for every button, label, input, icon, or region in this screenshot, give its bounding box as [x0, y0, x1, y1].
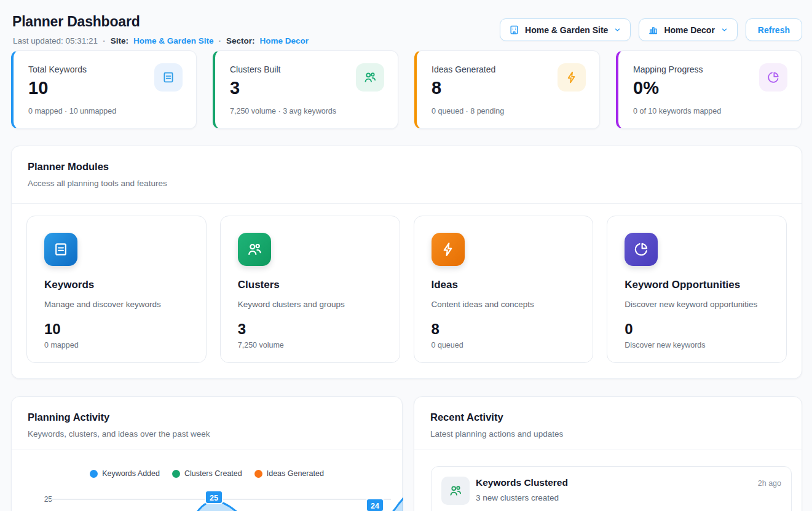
module-sub: 7,250 volume [238, 341, 284, 349]
building-icon [509, 25, 519, 35]
module-description: Content ideas and concepts [432, 300, 534, 309]
legend-dot-icon [172, 470, 180, 478]
stat-label: Ideas Generated [432, 64, 495, 74]
planning-activity-section: Planning Activity Keywords, clusters, an… [11, 396, 403, 511]
activity-item-description: 3 new clusters created [476, 493, 559, 502]
planner-modules-section: Planner Modules Access all planning tool… [11, 146, 802, 379]
activity-item-keywords-clustered: Keywords Clustered 2h ago 3 new clusters… [431, 466, 792, 511]
module-card-keyword-opportunities[interactable]: Keyword Opportunities Discover new keywo… [607, 216, 787, 363]
activity-item-title: Keywords Clustered [476, 477, 568, 488]
module-title: Clusters [238, 279, 280, 291]
module-value: 0 [625, 321, 633, 338]
meta-separator: · [103, 36, 106, 45]
module-value: 8 [432, 321, 440, 338]
planning-activity-subtitle: Keywords, clusters, and ideas over the p… [28, 429, 210, 439]
modules-section-subtitle: Access all planning tools and features [28, 179, 167, 188]
stat-card-mapping-progress: Mapping Progress 0% 0 of 10 keywords map… [616, 50, 802, 129]
planning-activity-chart: 25 24 [12, 489, 403, 511]
legend-label: Keywords Added [102, 469, 160, 478]
stat-card-total-keywords: Total Keywords 10 0 mapped · 10 unmapped [11, 50, 197, 129]
module-sub: Discover new keywords [625, 341, 705, 349]
users-icon [238, 233, 271, 266]
modules-section-title: Planner Modules [28, 161, 109, 173]
stat-sub: 0 queued · 8 pending [432, 107, 504, 115]
module-sub: 0 mapped [44, 341, 79, 349]
module-sub: 0 queued [432, 341, 463, 349]
sector-label: Sector: [226, 36, 255, 45]
refresh-button-label: Refresh [758, 25, 790, 35]
module-description: Keyword clusters and groups [238, 300, 345, 309]
planning-activity-title: Planning Activity [28, 412, 109, 423]
data-label-badge: 24 [366, 499, 384, 511]
meta-separator: · [218, 36, 221, 45]
modules-grid: Keywords Manage and discover keywords 10… [26, 216, 787, 363]
stat-sub: 0 of 10 keywords mapped [633, 107, 721, 115]
document-lines-icon [44, 233, 77, 266]
divider [12, 450, 402, 450]
activity-item-time: 2h ago [758, 479, 781, 488]
data-label-badge: 25 [205, 491, 223, 504]
stat-value: 8 [432, 78, 441, 98]
users-icon [441, 477, 470, 505]
divider [12, 203, 802, 204]
legend-label: Clusters Created [184, 469, 242, 478]
lightning-icon [558, 63, 586, 92]
module-value: 3 [238, 321, 246, 338]
stat-label: Clusters Built [230, 64, 280, 74]
site-selector-button[interactable]: Home & Garden Site [500, 18, 631, 41]
legend-dot-icon [254, 470, 262, 478]
module-card-clusters[interactable]: Clusters Keyword clusters and groups 3 7… [220, 216, 400, 363]
module-description: Manage and discover keywords [44, 300, 161, 309]
stat-card-ideas-generated: Ideas Generated 8 0 queued · 8 pending [414, 50, 600, 129]
site-selector-label: Home & Garden Site [525, 25, 608, 35]
header-actions: Home & Garden Site Home Decor Refresh [500, 18, 802, 41]
sector-selector-button[interactable]: Home Decor [639, 18, 737, 41]
chart-legend: Keywords Added Clusters Created Ideas Ge… [12, 469, 402, 478]
recent-activity-title: Recent Activity [430, 412, 503, 423]
stat-card-clusters-built: Clusters Built 3 7,250 volume · 3 avg ke… [213, 50, 398, 129]
data-label-value: 24 [371, 502, 379, 510]
recent-activity-subtitle: Latest planning actions and updates [430, 429, 563, 439]
module-title: Ideas [432, 279, 458, 291]
users-icon [356, 63, 384, 92]
module-title: Keyword Opportunities [625, 279, 740, 291]
stat-value: 3 [230, 78, 240, 98]
module-card-keywords[interactable]: Keywords Manage and discover keywords 10… [26, 216, 207, 363]
module-title: Keywords [44, 279, 94, 291]
sector-link[interactable]: Home Decor [259, 36, 309, 45]
legend-label: Ideas Generated [267, 469, 324, 478]
bar-chart-icon [648, 25, 658, 35]
module-card-ideas[interactable]: Ideas Content ideas and concepts 8 0 que… [414, 216, 594, 363]
stat-sub: 7,250 volume · 3 avg keywords [230, 107, 336, 115]
page-meta: Last updated: 05:31:21 · Site: Home & Ga… [13, 36, 309, 45]
sector-selector-label: Home Decor [664, 25, 714, 35]
lightning-icon [432, 233, 465, 266]
stat-label: Mapping Progress [633, 64, 703, 74]
stat-label: Total Keywords [28, 64, 87, 74]
stat-value: 0% [633, 78, 659, 98]
chevron-down-icon [613, 26, 621, 34]
chevron-down-icon [720, 26, 728, 34]
pie-chart-icon [625, 233, 658, 266]
data-label-value: 25 [210, 494, 218, 502]
module-description: Discover new keyword opportunities [625, 300, 757, 309]
stat-value: 10 [28, 78, 48, 98]
site-label: Site: [111, 36, 128, 45]
legend-item-ideas-generated[interactable]: Ideas Generated [254, 469, 324, 478]
planner-dashboard-page: Planner Dashboard Last updated: 05:31:21… [0, 0, 812, 511]
document-lines-icon [154, 63, 183, 92]
page-title: Planner Dashboard [12, 14, 140, 30]
divider [414, 450, 802, 450]
last-updated-text: Last updated: 05:31:21 [13, 36, 98, 45]
stat-sub: 0 mapped · 10 unmapped [28, 107, 116, 115]
legend-item-clusters-created[interactable]: Clusters Created [172, 469, 242, 478]
pie-chart-icon [759, 63, 787, 92]
recent-activity-section: Recent Activity Latest planning actions … [414, 396, 802, 511]
legend-dot-icon [90, 470, 98, 478]
legend-item-keywords-added[interactable]: Keywords Added [90, 469, 160, 478]
module-value: 10 [44, 321, 61, 338]
site-link[interactable]: Home & Garden Site [133, 36, 214, 45]
refresh-button[interactable]: Refresh [746, 18, 802, 41]
